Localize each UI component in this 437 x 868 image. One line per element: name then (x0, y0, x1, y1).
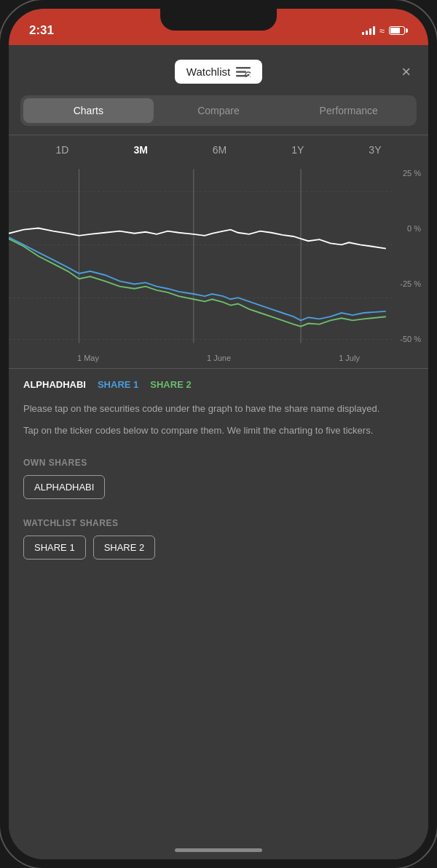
home-indicator (175, 848, 262, 852)
y-label-neg25: -25 % (400, 279, 421, 288)
status-icons: ≈ (362, 25, 408, 36)
time-range: 1D 3M 6M 1Y 3Y (9, 135, 428, 162)
watchlist-shares-chips: SHARE 1 SHARE 2 (23, 535, 414, 560)
own-share-alphadhabi[interactable]: ALPHADHABI (23, 475, 105, 499)
x-label-june: 1 June (207, 354, 231, 362)
chart-y-labels: 25 % 0 % -25 % -50 % (400, 162, 421, 351)
watchlist-button[interactable]: Watchlist (175, 60, 262, 84)
watchlist-shares-section: WATCHLIST SHARES SHARE 1 SHARE 2 (9, 511, 428, 571)
status-time: 2:31 (29, 23, 54, 38)
time-6m[interactable]: 6M (207, 141, 232, 159)
y-label-25: 25 % (400, 169, 421, 178)
notch (160, 9, 277, 31)
instructions: Please tap on the securities code under … (9, 396, 428, 450)
close-button[interactable]: × (398, 60, 414, 84)
legend-share1[interactable]: SHARE 1 (98, 379, 138, 390)
time-1d[interactable]: 1D (50, 141, 74, 159)
instruction-1: Please tap on the securities code under … (23, 402, 414, 416)
tab-compare[interactable]: Compare (154, 98, 284, 123)
battery-icon (389, 26, 408, 35)
time-3m[interactable]: 3M (127, 141, 153, 159)
phone-frame: 2:31 ≈ Watchlist (0, 0, 437, 868)
instruction-2: Tap on the ticker codes below to compare… (23, 423, 414, 438)
x-label-july: 1 July (339, 354, 360, 362)
chart-svg (9, 162, 393, 351)
tab-bar: Charts Compare Performance (20, 95, 417, 126)
own-shares-chips: ALPHADHABI (23, 475, 414, 499)
watchlist-shares-label: WATCHLIST SHARES (23, 518, 414, 528)
time-3y[interactable]: 3Y (363, 141, 387, 159)
chart-area: 25 % 0 % -25 % -50 % (9, 162, 428, 351)
signal-icon (362, 26, 375, 35)
time-1y[interactable]: 1Y (286, 141, 310, 159)
legend-share2[interactable]: SHARE 2 (150, 379, 191, 390)
svg-rect-1 (236, 71, 246, 73)
legend-alphadhabi[interactable]: ALPHADHABI (23, 379, 86, 390)
own-shares-label: OWN SHARES (23, 458, 414, 468)
close-icon: × (401, 63, 411, 81)
y-label-0: 0 % (400, 224, 421, 233)
svg-rect-0 (236, 67, 251, 69)
own-shares-section: OWN SHARES ALPHADHABI (9, 450, 428, 511)
watchlist-icon (236, 67, 251, 77)
svg-point-4 (248, 73, 250, 76)
watchlist-share-2[interactable]: SHARE 2 (93, 535, 156, 560)
header: Watchlist × (9, 45, 428, 95)
wifi-icon: ≈ (379, 25, 385, 36)
watchlist-label: Watchlist (186, 65, 230, 78)
x-label-may: 1 May (77, 354, 99, 362)
y-label-neg50: -50 % (400, 335, 421, 343)
tab-charts[interactable]: Charts (23, 98, 154, 123)
watchlist-share-1[interactable]: SHARE 1 (23, 535, 86, 560)
tab-performance[interactable]: Performance (283, 98, 414, 123)
app-content: Watchlist × Charts Compare Performance 1… (9, 45, 428, 859)
chart-x-labels: 1 May 1 June 1 July (9, 351, 428, 368)
chart-legend: ALPHADHABI SHARE 1 SHARE 2 (9, 369, 428, 396)
